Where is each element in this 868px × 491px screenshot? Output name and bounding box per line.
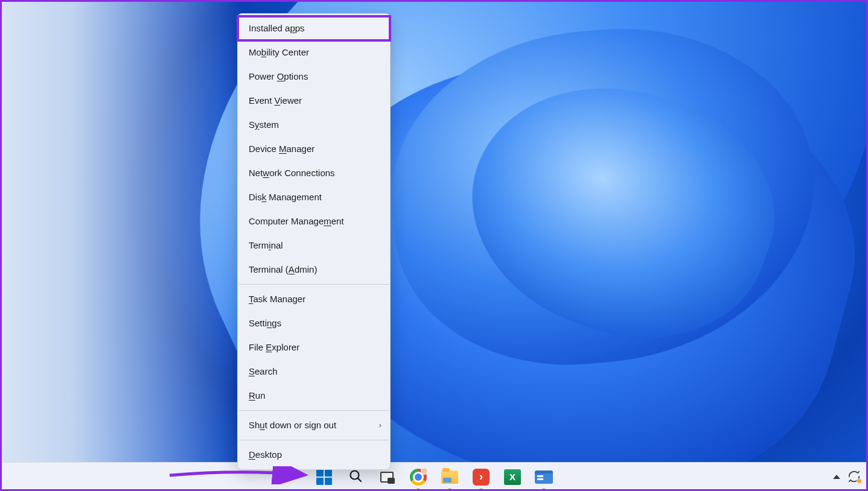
menu-item-label: Settings (249, 317, 281, 330)
start-icon (316, 469, 332, 485)
start-right-click-menu: Installed appsMobility CenterPower Optio… (237, 13, 391, 470)
menu-item-terminal[interactable]: Terminal (238, 233, 390, 258)
menu-item-label: Shut down or sign out (249, 419, 336, 432)
menu-item-label: Event Viewer (249, 94, 302, 107)
menu-item-label: Mobility Center (249, 46, 309, 59)
menu-item-desktop[interactable]: Desktop (238, 443, 390, 467)
menu-separator (239, 284, 389, 285)
menu-item-label: Run (249, 389, 266, 402)
menu-item-installed-apps[interactable]: Installed apps (238, 16, 390, 40)
taskbar-excel-button[interactable]: X (499, 465, 526, 489)
svg-line-1 (358, 478, 361, 481)
menu-separator (239, 440, 389, 440)
menu-item-label: Search (249, 365, 278, 378)
menu-item-search[interactable]: Search (238, 360, 390, 384)
menu-item-label: Desktop (249, 448, 282, 461)
taskbar-todoist-button[interactable]: › (468, 465, 494, 489)
menu-item-label: Terminal (Admin) (249, 263, 317, 276)
task-view-icon (380, 472, 394, 483)
todoist-icon: › (473, 469, 490, 486)
menu-item-label: Installed apps (249, 22, 305, 35)
menu-item-label: Network Connections (249, 166, 335, 180)
menu-item-task-manager[interactable]: Task Manager (238, 287, 390, 311)
excel-icon: X (504, 469, 521, 485)
menu-item-computer-management[interactable]: Computer Management (238, 209, 390, 233)
search-icon (348, 469, 363, 486)
taskbar-file-explorer-button[interactable] (436, 465, 463, 489)
menu-separator (239, 410, 389, 411)
menu-item-event-viewer[interactable]: Event Viewer (238, 89, 390, 113)
run-window-icon (535, 470, 553, 484)
menu-item-label: Power Options (249, 70, 308, 83)
taskbar-chrome-button[interactable] (405, 465, 432, 489)
menu-item-label: Device Manager (249, 142, 314, 156)
menu-item-file-explorer[interactable]: File Explorer (238, 335, 390, 360)
desktop-wallpaper (0, 0, 868, 491)
menu-item-run[interactable]: Run (238, 384, 390, 408)
file-explorer-icon (441, 470, 458, 484)
menu-item-disk-management[interactable]: Disk Management (238, 185, 390, 209)
taskbar: ›X (0, 462, 868, 491)
menu-item-label: Task Manager (249, 293, 305, 306)
menu-item-label: System (249, 118, 279, 131)
sync-icon[interactable] (847, 470, 861, 483)
tray-overflow-icon[interactable] (833, 475, 840, 479)
menu-item-system[interactable]: System (238, 113, 390, 137)
menu-item-network-connections[interactable]: Network Connections (238, 161, 390, 185)
menu-item-device-manager[interactable]: Device Manager (238, 137, 390, 161)
chrome-icon (410, 469, 427, 486)
menu-item-shut-down-or-sign-out[interactable]: Shut down or sign out› (238, 413, 390, 437)
menu-item-settings[interactable]: Settings (238, 311, 390, 335)
menu-item-power-options[interactable]: Power Options (238, 65, 390, 89)
menu-item-label: Terminal (249, 239, 283, 252)
taskbar-run-window-button[interactable] (531, 465, 557, 489)
system-tray (833, 462, 861, 491)
menu-item-terminal-admin-[interactable]: Terminal (Admin) (238, 258, 390, 282)
menu-item-label: File Explorer (249, 341, 299, 354)
menu-item-mobility-center[interactable]: Mobility Center (238, 40, 390, 65)
menu-item-label: Computer Management (249, 215, 344, 228)
menu-item-label: Disk Management (249, 191, 322, 204)
chevron-right-icon: › (379, 419, 381, 432)
